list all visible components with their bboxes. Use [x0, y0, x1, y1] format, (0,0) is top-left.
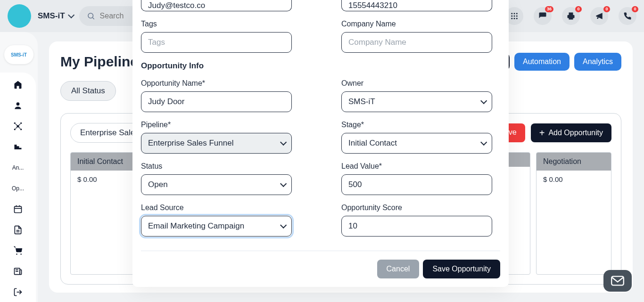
announcements-button[interactable]: 0	[590, 7, 608, 25]
svg-point-5	[511, 16, 512, 17]
print-button[interactable]: 0	[562, 7, 580, 25]
svg-point-14	[20, 122, 22, 124]
svg-line-1	[92, 17, 94, 19]
company-field[interactable]	[341, 32, 492, 53]
lead-source-label: Lead Source	[141, 204, 300, 212]
svg-point-13	[14, 122, 16, 124]
megaphone-icon	[595, 12, 603, 20]
analytics-button[interactable]: Analytics	[574, 53, 621, 71]
automation-button[interactable]: Automation	[514, 53, 570, 71]
calls-button[interactable]: 0	[619, 7, 636, 25]
logout-icon	[13, 287, 23, 297]
opportunity-modal: Tags Company Name Opportunity Info Oppor…	[132, 0, 509, 287]
svg-line-17	[16, 124, 17, 125]
add-opportunity-button[interactable]: + Add Opportunity	[531, 123, 611, 142]
lead-value-label: Lead Value*	[341, 162, 500, 171]
cancel-button[interactable]: Cancel	[377, 260, 420, 278]
svg-point-28	[20, 253, 21, 255]
printer-icon	[567, 12, 575, 20]
search-icon	[87, 12, 95, 20]
home-icon	[13, 80, 23, 90]
nav-an-label: An...	[12, 164, 24, 171]
lead-source-value: Email Marketing Campaign	[148, 221, 244, 231]
lead-value-field[interactable]	[341, 174, 492, 195]
svg-point-0	[88, 13, 93, 18]
svg-point-8	[511, 18, 512, 19]
svg-line-19	[16, 127, 17, 129]
svg-point-11	[17, 102, 20, 106]
chevron-down-icon	[480, 98, 487, 104]
stage-value: $ 0.00	[537, 171, 611, 188]
opportunity-info-heading: Opportunity Info	[141, 61, 500, 71]
opportunity-score-field[interactable]	[341, 216, 492, 237]
opportunity-name-field[interactable]	[141, 91, 292, 112]
pipeline-select[interactable]: Enterprise Sales Funnel	[141, 133, 292, 154]
brand-menu[interactable]: SMS-iT	[38, 11, 73, 21]
nav-calendar[interactable]	[0, 199, 36, 220]
nav-cart[interactable]	[0, 240, 36, 261]
owner-select[interactable]: SMS-iT	[341, 91, 492, 112]
svg-point-7	[516, 16, 518, 17]
svg-point-4	[516, 13, 518, 14]
messages-badge: 36	[545, 6, 553, 12]
nav-an[interactable]: An...	[0, 157, 36, 178]
svg-line-20	[19, 127, 20, 129]
nav-home[interactable]	[0, 74, 36, 95]
stage-value: Initial Contact	[348, 139, 397, 148]
nav-docs[interactable]	[0, 220, 36, 240]
owner-value: SMS-iT	[348, 97, 375, 106]
nav-network[interactable]	[0, 116, 36, 137]
svg-point-27	[16, 253, 17, 255]
nav-logout[interactable]	[0, 282, 36, 302]
nav-pipeline[interactable]	[0, 137, 36, 157]
chevron-down-icon	[280, 180, 287, 187]
lead-source-select[interactable]: Email Marketing Campaign	[141, 216, 292, 237]
nav-op[interactable]: Op...	[0, 178, 36, 199]
status-label: Status	[141, 162, 300, 171]
tags-field[interactable]	[141, 32, 292, 53]
stage-label: Stage*	[341, 121, 500, 129]
status-filter[interactable]: All Status	[60, 81, 116, 101]
nav-contacts[interactable]	[0, 95, 36, 116]
add-opportunity-label: Add Opportunity	[548, 129, 603, 137]
chat-icon	[538, 12, 547, 20]
topbar-actions: 36 0 0 0	[505, 7, 636, 25]
svg-rect-38	[611, 277, 624, 286]
pipeline-label: Pipeline*	[141, 121, 300, 129]
svg-point-3	[514, 13, 515, 14]
svg-point-9	[514, 18, 515, 19]
stage-select[interactable]: Initial Contact	[341, 133, 492, 154]
owner-label: Owner	[341, 79, 500, 88]
chevron-down-icon	[280, 222, 287, 229]
pipeline-value: Enterprise Sales Funnel	[148, 139, 233, 148]
nav-news[interactable]	[0, 261, 36, 282]
save-opportunity-button[interactable]: Save Opportunity	[423, 260, 500, 278]
svg-point-16	[20, 129, 22, 130]
user-icon	[13, 101, 23, 110]
sidebar-logo[interactable]: SMS-iT	[4, 45, 33, 64]
calendar-icon	[13, 204, 23, 214]
email-field-partial[interactable]	[141, 0, 292, 11]
steps-icon	[13, 142, 23, 152]
stage-header[interactable]: Negotiation	[537, 153, 611, 171]
print-badge: 0	[575, 6, 582, 12]
announce-badge: 0	[603, 6, 610, 12]
chevron-down-icon	[480, 139, 487, 146]
svg-rect-30	[20, 270, 21, 275]
avatar[interactable]	[8, 4, 31, 28]
company-label: Company Name	[341, 20, 500, 28]
phone-field-partial[interactable]	[341, 0, 492, 11]
sidebar: SMS-iT An... Op...	[0, 32, 38, 302]
status-value: Open	[148, 180, 168, 189]
opportunity-score-label: Opportunity Score	[341, 204, 500, 212]
plus-icon: +	[539, 128, 545, 138]
svg-rect-21	[15, 206, 22, 212]
grid-icon	[510, 12, 519, 20]
phone-badge: 0	[632, 6, 638, 12]
cart-icon	[13, 246, 23, 255]
status-select[interactable]: Open	[141, 174, 292, 195]
chevron-down-icon	[280, 139, 287, 146]
chat-fab[interactable]	[603, 270, 632, 292]
svg-line-18	[19, 124, 20, 125]
messages-button[interactable]: 36	[534, 7, 552, 25]
